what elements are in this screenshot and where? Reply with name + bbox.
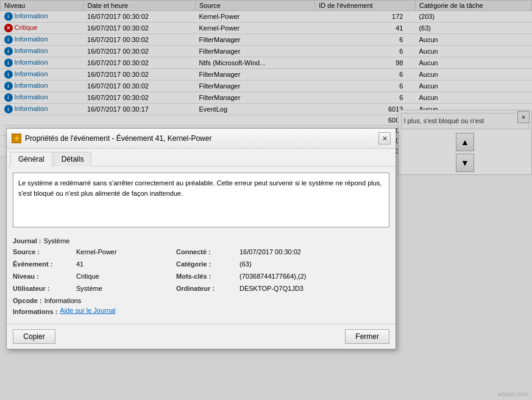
dialog-title-text: Propriétés de l'événement - Événement 41… [25,134,211,143]
connected-value: 16/07/2017 00:30:02 [239,247,389,257]
tab-general[interactable]: Général [10,152,52,166]
event-category-row: Événement : 41 Catégorie : (63) [13,259,389,269]
watermark: wsxdn.com [498,391,528,398]
computer-label: Ordinateur : [176,284,237,293]
event-label: Événement : [13,259,74,269]
computer-value: DESKTOP-Q7Q1JD3 [239,284,389,293]
dialog-buttons: Copier Fermer [7,324,395,349]
dialog-close-button[interactable]: ✕ [378,132,391,145]
dialog-titlebar-left: ⚡ Propriétés de l'événement - Événement … [12,134,211,143]
source-connected-row: Source : Kernel-Power Connecté : 16/07/2… [13,247,389,257]
journal-row: Journal : Système [13,236,389,246]
event-value: 41 [76,259,174,269]
user-value: Système [76,284,174,293]
event-description-box: Le système a redémarré sans s'arrêter co… [13,173,389,227]
user-computer-row: Utilisateur : Système Ordinateur : DESKT… [13,284,389,293]
event-properties-dialog: ⚡ Propriétés de l'événement - Événement … [6,128,396,349]
user-label: Utilisateur : [13,284,74,293]
opcode-value: Informations [44,296,82,305]
category-label: Catégorie : [176,259,237,269]
dialog-titlebar: ⚡ Propriétés de l'événement - Événement … [7,129,395,149]
connected-label: Connecté : [176,247,237,257]
level-label: Niveau : [13,271,74,281]
info-label: Informations : [13,307,57,316]
dialog-tabs: Général Détails [7,149,395,166]
fermer-button[interactable]: Fermer [345,329,389,344]
copy-button[interactable]: Copier [13,329,55,344]
opcode-row: Opcode : Informations [13,296,389,305]
source-value: Kernel-Power [76,247,174,257]
category-value: (63) [239,259,389,269]
dialog-content: Le système a redémarré sans s'arrêter co… [7,166,395,324]
level-keywords-row: Niveau : Critique Mots-clés : (703687441… [13,271,389,281]
journal-label: Journal : [13,236,41,246]
tab-details[interactable]: Détails [54,152,92,166]
info-row: Informations : Aide sur le Journal [13,307,389,316]
opcode-label: Opcode : [13,296,42,305]
keywords-value: (70368744177664),(2) [239,271,389,281]
journal-value: Système [43,236,69,246]
keywords-label: Mots-clés : [176,271,237,281]
info-link[interactable]: Aide sur le Journal [60,307,115,316]
source-label: Source : [13,247,74,257]
level-value: Critique [76,271,174,281]
dialog-title-icon: ⚡ [12,134,21,143]
